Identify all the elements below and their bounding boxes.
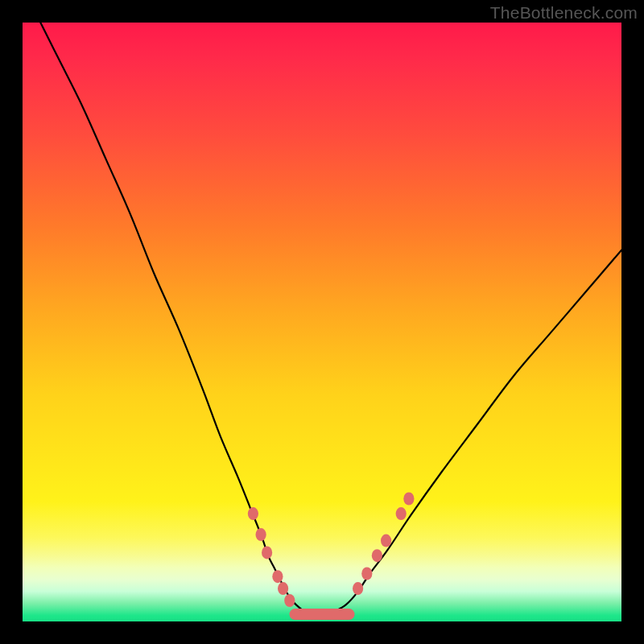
highlight-marker: [248, 507, 258, 520]
plot-area: [23, 23, 621, 621]
chart-svg: [23, 23, 621, 621]
highlight-marker: [256, 528, 266, 541]
chart-stage: TheBottleneck.com: [0, 0, 644, 644]
highlight-marker: [262, 546, 272, 559]
highlight-marker: [396, 507, 407, 520]
highlight-marker: [353, 582, 363, 595]
bottleneck-curve: [40, 23, 621, 616]
highlight-marker: [361, 568, 372, 580]
highlight-marker: [403, 493, 414, 506]
highlight-marker: [278, 582, 288, 595]
highlight-marker: [381, 535, 391, 547]
highlight-marker: [284, 594, 295, 607]
watermark-text: TheBottleneck.com: [490, 3, 638, 23]
highlight-marker: [272, 570, 283, 583]
highlight-markers: [248, 493, 415, 608]
highlight-marker: [372, 549, 382, 562]
